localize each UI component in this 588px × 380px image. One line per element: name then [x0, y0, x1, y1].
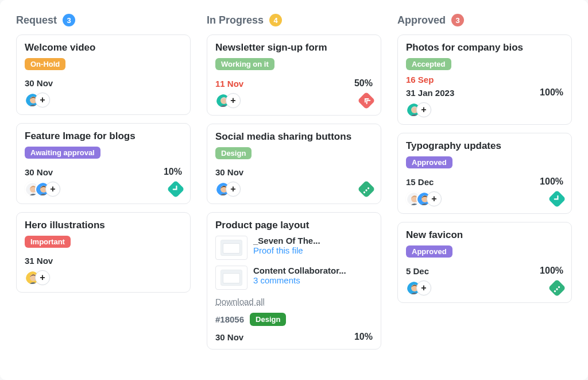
- column-count: 3: [63, 14, 75, 26]
- card-progress: 100%: [540, 266, 563, 276]
- priority-badge-medium-icon: [357, 180, 375, 198]
- card-title: Welcome video: [25, 42, 182, 53]
- column-approved: Approved 3 Photos for company bios Accep…: [397, 14, 572, 369]
- card-progress: 10%: [164, 167, 182, 177]
- card-title: Photos for company bios: [406, 42, 563, 53]
- svg-point-25: [558, 286, 560, 289]
- file-item[interactable]: _Seven Of The... Proof this file: [215, 236, 373, 260]
- priority-badge-low-icon: [548, 190, 566, 208]
- card-date: 16 Sep: [406, 75, 434, 85]
- card-title: Newsletter sign-up form: [215, 42, 373, 53]
- column-title: Approved: [397, 14, 446, 26]
- card-date: 30 Nov: [25, 167, 53, 177]
- card-progress: 100%: [540, 176, 563, 187]
- avatar-stack: +: [215, 93, 241, 108]
- tag-accepted: Accepted: [406, 58, 451, 70]
- svg-point-14: [367, 187, 370, 190]
- add-assignee-button[interactable]: +: [226, 93, 241, 108]
- svg-point-13: [365, 189, 368, 192]
- card-date: 30 Nov: [215, 332, 243, 342]
- column-title: In Progress: [207, 14, 264, 26]
- avatar-stack: +: [215, 182, 241, 197]
- column-in-progress: In Progress 4 Newsletter sign-up form Wo…: [207, 14, 381, 369]
- column-header-request: Request 3: [16, 14, 191, 26]
- proof-link[interactable]: Proof this file: [253, 245, 320, 255]
- card-title: Typography updates: [406, 140, 563, 152]
- card-inprogress-2[interactable]: Product page layout _Seven Of The... Pro…: [207, 212, 381, 350]
- add-assignee-button[interactable]: +: [35, 270, 50, 285]
- priority-badge-medium-icon: [548, 279, 566, 297]
- kanban-board: Request 3 Welcome video On-Hold 30 Nov +…: [0, 0, 588, 380]
- card-date: 30 Nov: [215, 167, 243, 177]
- comments-link[interactable]: 3 comments: [253, 275, 346, 285]
- avatar-stack: +: [25, 93, 50, 108]
- card-approved-0[interactable]: Photos for company bios Accepted 16 Sep …: [397, 34, 572, 125]
- card-date: 5 Dec: [406, 266, 429, 276]
- tag-important: Important: [25, 236, 71, 248]
- column-title: Request: [16, 14, 57, 26]
- card-request-0[interactable]: Welcome video On-Hold 30 Nov +: [16, 34, 191, 115]
- card-inprogress-1[interactable]: Social media sharing buttons Design 30 N…: [207, 124, 381, 204]
- tag-approved: Approved: [406, 245, 452, 258]
- column-header-approved: Approved 3: [397, 14, 572, 26]
- tag-on-hold: On-Hold: [25, 58, 65, 70]
- avatar-stack: +: [406, 281, 431, 295]
- card-approved-2[interactable]: New favicon Approved 5 Dec 100% +: [397, 222, 572, 303]
- download-all-link[interactable]: Download all: [215, 297, 265, 306]
- file-thumbnail-icon: [215, 236, 247, 260]
- file-item[interactable]: Content Collaborator... 3 comments: [215, 266, 373, 290]
- column-count: 3: [451, 14, 464, 26]
- column-header-in-progress: In Progress 4: [207, 14, 381, 26]
- tag-approved: Approved: [406, 156, 452, 168]
- card-progress: 100%: [540, 87, 563, 98]
- file-thumbnail-icon: [215, 266, 247, 290]
- tag-working-on-it: Working on it: [215, 58, 274, 70]
- card-date: 31 Nov: [25, 256, 53, 266]
- card-date: 11 Nov: [215, 79, 243, 89]
- tag-design: Design: [250, 313, 286, 326]
- add-assignee-button[interactable]: +: [416, 281, 431, 295]
- avatar-stack: +: [25, 270, 50, 285]
- column-count: 4: [269, 14, 282, 26]
- file-list: _Seven Of The... Proof this file Content…: [215, 236, 373, 290]
- add-assignee-button[interactable]: +: [416, 102, 431, 117]
- card-approved-1[interactable]: Typography updates Approved 15 Dec 100% …: [397, 133, 572, 214]
- priority-badge-low-icon: [167, 180, 184, 198]
- card-request-1[interactable]: Feature Image for blogs Awaiting approva…: [16, 123, 191, 204]
- add-assignee-button[interactable]: +: [226, 182, 241, 197]
- svg-point-12: [363, 191, 366, 194]
- card-request-2[interactable]: Hero illustrations Important 31 Nov +: [16, 212, 191, 293]
- card-progress: 50%: [354, 78, 373, 89]
- add-assignee-button[interactable]: +: [35, 93, 50, 108]
- file-name: _Seven Of The...: [253, 236, 320, 245]
- card-date: 15 Dec: [406, 177, 434, 187]
- card-title: Hero illustrations: [25, 220, 182, 231]
- avatar-stack: +: [406, 102, 431, 117]
- avatar-stack: +: [406, 191, 442, 206]
- card-title: New favicon: [406, 229, 563, 241]
- svg-point-23: [554, 290, 556, 293]
- card-date: 30 Nov: [25, 78, 53, 88]
- add-assignee-button[interactable]: +: [427, 191, 442, 206]
- tag-awaiting-approval: Awaiting approval: [25, 147, 100, 159]
- priority-badge-high-icon: [357, 91, 375, 109]
- card-title: Product page layout: [215, 220, 373, 231]
- tag-design: Design: [215, 147, 252, 159]
- card-date-secondary: 31 Jan 2023: [406, 88, 454, 98]
- svg-point-24: [556, 288, 559, 291]
- file-name: Content Collaborator...: [253, 266, 346, 275]
- card-progress: 10%: [354, 332, 373, 342]
- add-assignee-button[interactable]: +: [45, 182, 60, 197]
- card-inprogress-0[interactable]: Newsletter sign-up form Working on it 11…: [207, 34, 381, 116]
- card-title: Feature Image for blogs: [25, 130, 182, 142]
- card-id: #18056: [215, 314, 244, 324]
- avatar-stack: +: [25, 182, 60, 197]
- column-request: Request 3 Welcome video On-Hold 30 Nov +…: [16, 14, 191, 369]
- card-title: Social media sharing buttons: [215, 131, 373, 143]
